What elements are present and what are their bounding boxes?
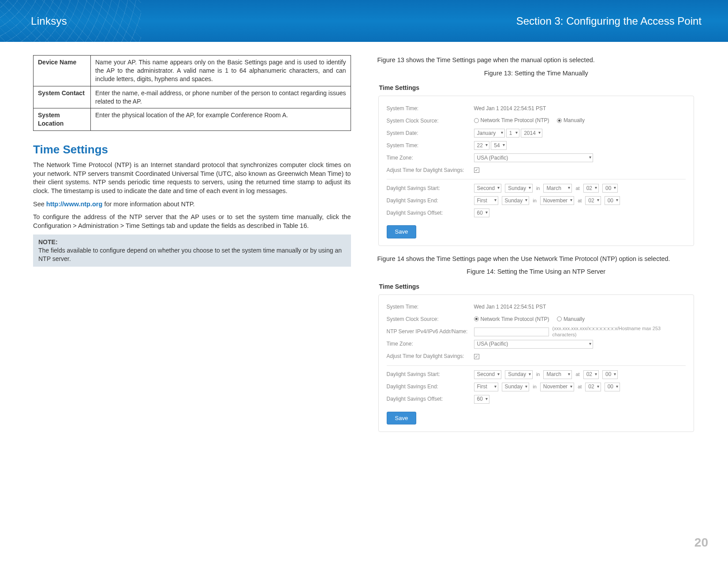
label-dst-offset: Daylight Savings Offset: [387,209,470,216]
label-dst-end: Daylight Savings End: [387,197,470,204]
select-year[interactable]: 2014 [521,129,542,138]
fig14-screenshot: Time Settings System Time: Wed Jan 1 201… [377,279,695,433]
label-ntp-server: NTP Server IPv4/IPv6 Addr/Name: [387,328,470,335]
select-end-week[interactable]: First [474,383,498,391]
paragraph: To configure the address of the NTP serv… [33,213,351,230]
label-dst-start: Daylight Savings Start: [387,185,470,192]
label-system-time2: System Time: [387,142,470,149]
select-end-dow[interactable]: Sunday [502,196,530,205]
radio-manually[interactable]: Manually [557,316,585,323]
ss-title: Time Settings [379,84,694,92]
checkbox-dst[interactable]: ✓ [474,167,479,173]
select-end-dow[interactable]: Sunday [502,383,530,391]
select-offset[interactable]: 60 [474,208,489,217]
fig13-screenshot: Time Settings System Time: Wed Jan 1 201… [377,80,695,246]
fig13-caption: Figure 13: Setting the Time Manually [377,69,695,78]
label-dst-offset: Daylight Savings Offset: [387,395,470,402]
paragraph: The Network Time Protocol (NTP) is an In… [33,161,351,195]
select-timezone[interactable]: USA (Pacific) [474,153,593,162]
page-number: 20 [694,536,708,550]
value-system-time: Wed Jan 1 2014 22:54:51 PST [474,303,546,310]
fig13-intro: Figure 13 shows the Time Settings page w… [377,56,695,65]
select-minute[interactable]: 54 [491,141,506,150]
term-device-name: Device Name [34,56,91,86]
save-button[interactable]: Save [387,412,417,425]
fig14-caption: Figure 14: Setting the Time Using an NTP… [377,268,695,276]
page-header: Linksys Section 3: Configuring the Acces… [0,0,728,42]
text: See [33,201,46,208]
radio-ntp-label: Network Time Protocol (NTP) [481,117,549,124]
select-start-min[interactable]: 00 [602,184,618,193]
select-start-dow[interactable]: Sunday [505,184,533,193]
label-adjust-dst: Adjust Time for Daylight Savings: [387,167,470,174]
radio-manually[interactable]: Manually [557,117,585,124]
time-settings-heading: Time Settings [33,142,351,157]
text-at: at [575,371,579,378]
term-system-contact: System Contact [34,86,91,108]
term-system-location: System Location [34,108,91,131]
ntp-link[interactable]: http://www.ntp.org [46,201,103,208]
text-at: at [575,185,579,192]
select-end-month[interactable]: November [540,383,574,391]
desc-device-name: Name your AP. This name appears only on … [91,56,351,86]
save-button[interactable]: Save [387,225,417,238]
desc-system-location: Enter the physical location of the AP, f… [91,108,351,131]
select-start-hour[interactable]: 02 [583,184,599,193]
label-system-date: System Date: [387,130,470,137]
content-area: Device Name Name your AP. This name appe… [0,42,728,562]
label-clock-source: System Clock Source: [387,316,470,323]
brand: Linksys [31,15,67,27]
select-end-hour[interactable]: 02 [585,383,601,391]
select-end-min[interactable]: 00 [605,383,620,391]
select-start-month[interactable]: March [543,184,572,193]
select-end-week[interactable]: First [474,196,498,205]
radio-ntp[interactable]: Network Time Protocol (NTP) [474,316,549,323]
select-end-min[interactable]: 00 [605,196,620,205]
ss-title: Time Settings [379,283,694,291]
select-start-hour[interactable]: 02 [583,370,599,379]
definitions-table: Device Name Name your AP. This name appe… [33,55,351,131]
table-row: Device Name Name your AP. This name appe… [34,56,351,86]
label-dst-end: Daylight Savings End: [387,383,470,390]
text-in: in [533,197,537,204]
select-end-month[interactable]: November [540,196,574,205]
label-clock-source: System Clock Source: [387,117,470,124]
label-system-time: System Time: [387,303,470,310]
radio-ntp-label: Network Time Protocol (NTP) [481,316,549,323]
select-timezone[interactable]: USA (Pacific) [474,340,593,349]
paragraph: See http://www.ntp.org for more informat… [33,200,351,209]
section-title: Section 3: Configuring the Access Point [516,15,702,27]
table-row: System Contact Enter the name, e-mail ad… [34,86,351,108]
select-start-min[interactable]: 00 [602,370,618,379]
text: for more information about NTP. [102,201,194,208]
value-system-time: Wed Jan 1 2014 22:54:51 PST [474,105,546,112]
select-start-month[interactable]: March [543,370,572,379]
text-in: in [533,383,537,390]
ntp-hint: (xxx.xxx.xxx.xxx/x:x:x:x:x:x:x:x/Hostnam… [553,326,686,337]
text-in: in [536,185,540,192]
table-row: System Location Enter the physical locat… [34,108,351,131]
right-column: Figure 13 shows the Time Settings page w… [377,55,695,558]
text-in: in [536,371,540,378]
select-month[interactable]: January [474,129,505,138]
radio-manually-label: Manually [564,316,585,323]
fig14-intro: Figure 14 shows the Time Settings page w… [377,255,695,264]
input-ntp-server[interactable] [474,328,549,336]
label-adjust-dst: Adjust Time for Daylight Savings: [387,353,470,360]
select-start-dow[interactable]: Sunday [505,370,533,379]
label-timezone: Time Zone: [387,154,470,161]
desc-system-contact: Enter the name, e-mail address, or phone… [91,86,351,108]
select-start-week[interactable]: Second [474,184,502,193]
label-dst-start: Daylight Savings Start: [387,371,470,378]
note-body: The fields available to configure depend… [38,246,346,263]
radio-manually-label: Manually [564,117,585,124]
select-end-hour[interactable]: 02 [585,196,601,205]
text-at: at [578,383,582,390]
select-offset[interactable]: 60 [474,395,489,404]
note-box: NOTE: The fields available to configure … [33,234,351,267]
radio-ntp[interactable]: Network Time Protocol (NTP) [474,117,549,124]
select-day[interactable]: 1 [506,129,519,138]
select-hour[interactable]: 22 [474,141,489,150]
checkbox-dst[interactable]: ✓ [474,354,479,359]
select-start-week[interactable]: Second [474,370,502,379]
